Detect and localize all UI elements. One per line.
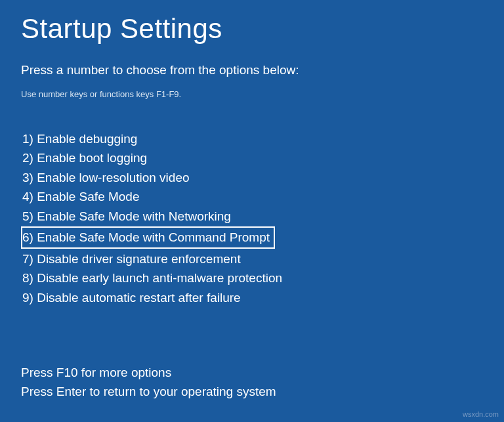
footer-more-options: Press F10 for more options	[21, 364, 276, 383]
option-4[interactable]: 4) Enable Safe Mode	[21, 187, 483, 206]
footer-return: Press Enter to return to your operating …	[21, 383, 276, 402]
instruction-text: Press a number to choose from the option…	[21, 63, 483, 77]
option-5[interactable]: 5) Enable Safe Mode with Networking	[21, 207, 483, 226]
option-9[interactable]: 9) Disable automatic restart after failu…	[21, 288, 483, 307]
option-6[interactable]: 6) Enable Safe Mode with Command Prompt	[21, 226, 275, 248]
options-list: 1) Enable debugging2) Enable boot loggin…	[21, 129, 483, 307]
option-3[interactable]: 3) Enable low-resolution video	[21, 168, 483, 187]
footer-section: Press F10 for more options Press Enter t…	[21, 364, 276, 401]
option-1[interactable]: 1) Enable debugging	[21, 129, 483, 148]
option-7[interactable]: 7) Disable driver signature enforcement	[21, 249, 483, 268]
option-8[interactable]: 8) Disable early launch anti-malware pro…	[21, 268, 483, 287]
watermark-text: wsxdn.com	[463, 410, 499, 418]
option-2[interactable]: 2) Enable boot logging	[21, 148, 483, 167]
page-title: Startup Settings	[21, 13, 483, 45]
hint-text: Use number keys or functions keys F1-F9.	[21, 89, 483, 99]
